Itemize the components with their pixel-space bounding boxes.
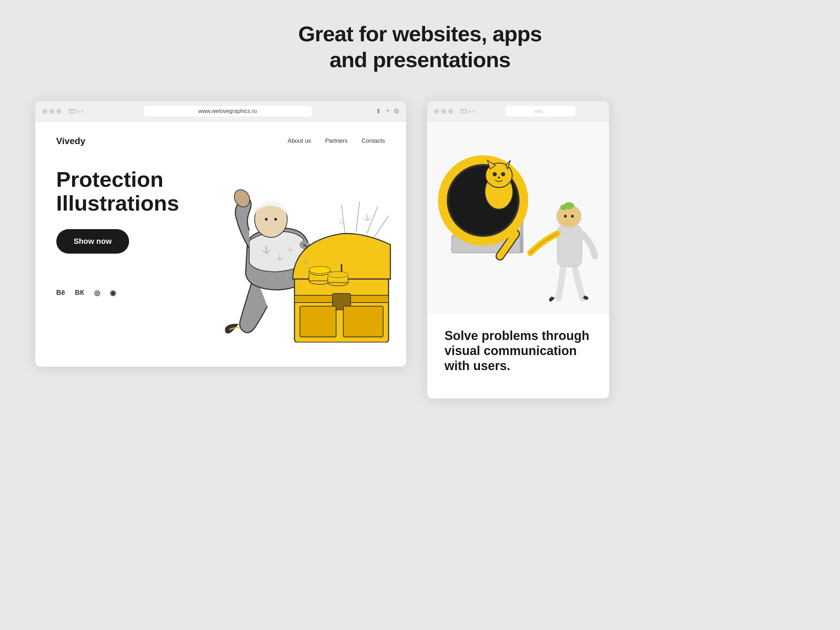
browser-controls[interactable]: ‹ › <box>69 109 83 114</box>
forward-arrow[interactable]: › <box>81 109 83 114</box>
dot-r2 <box>441 109 446 114</box>
svg-line-24 <box>374 215 388 237</box>
share-icon[interactable]: ⬆ <box>376 107 381 115</box>
forward-arrow-right[interactable]: › <box>473 109 475 114</box>
site-hero: Protection Illustrations Show now <box>56 167 385 254</box>
dot-r3 <box>448 109 453 114</box>
dot-red <box>42 109 47 114</box>
browser-chrome-right: ‹ › ww... <box>427 101 609 122</box>
svg-rect-10 <box>300 306 336 337</box>
right-illustration-area <box>427 122 609 314</box>
hero-text: Protection Illustrations Show now <box>56 167 179 254</box>
svg-text:⚓: ⚓ <box>283 270 292 279</box>
svg-text:⚓: ⚓ <box>276 254 283 261</box>
dot-r1 <box>434 109 439 114</box>
address-bar-left[interactable]: www.welovegraphics.ru <box>144 106 312 117</box>
copy-icon[interactable]: ⧉ <box>394 107 399 115</box>
svg-text:⚓: ⚓ <box>338 218 344 224</box>
svg-point-52 <box>564 215 567 218</box>
tall-person <box>531 202 595 302</box>
svg-point-5 <box>264 218 267 221</box>
right-browser-window: ‹ › ww... <box>427 101 609 398</box>
right-text-section: Solve problems through visual communicat… <box>427 314 609 388</box>
browsers-container: ‹ › www.welovegraphics.ru ⬆ + ⧉ Vivedy A… <box>35 101 805 398</box>
instagram-icon[interactable]: ◎ <box>94 289 100 297</box>
svg-rect-11 <box>343 306 383 337</box>
left-browser-window: ‹ › www.welovegraphics.ru ⬆ + ⧉ Vivedy A… <box>35 101 406 366</box>
dot-yellow <box>49 109 54 114</box>
tab-icon-right <box>461 109 467 113</box>
hero-title: Protection Illustrations <box>56 167 179 215</box>
svg-text:⚓: ⚓ <box>287 246 293 251</box>
site-content-left: Vivedy About us Partners Contacts Protec… <box>35 122 406 366</box>
show-now-button[interactable]: Show now <box>56 229 129 254</box>
site-logo: Vivedy <box>56 136 85 147</box>
svg-point-53 <box>571 215 574 218</box>
add-tab-icon[interactable]: + <box>386 107 390 115</box>
tab-icon <box>69 109 75 113</box>
back-arrow[interactable]: ‹ <box>77 109 79 114</box>
back-arrow-right[interactable]: ‹ <box>469 109 471 114</box>
svg-line-22 <box>356 201 359 232</box>
hero-illustration: ⚓ ⚓ ⚓ <box>182 140 392 343</box>
svg-text:⚓: ⚓ <box>363 213 371 221</box>
svg-text:⚓: ⚓ <box>316 237 322 242</box>
svg-point-20 <box>327 272 348 278</box>
yellow-cat <box>485 160 513 209</box>
browser-chrome-left: ‹ › www.welovegraphics.ru ⬆ + ⧉ <box>35 101 406 122</box>
svg-point-45 <box>493 172 497 176</box>
vk-icon[interactable]: ВК <box>75 289 84 297</box>
behance-icon[interactable]: Bē <box>56 289 65 297</box>
browser-controls-right[interactable]: ‹ › <box>461 109 475 114</box>
svg-point-47 <box>498 177 500 179</box>
svg-rect-34 <box>520 235 523 253</box>
svg-text:⚓: ⚓ <box>262 246 270 254</box>
page-title: Great for websites, apps and presentatio… <box>298 21 542 73</box>
svg-point-16 <box>309 266 331 273</box>
svg-rect-48 <box>557 225 582 267</box>
dribbble-icon[interactable]: ◉ <box>110 289 116 297</box>
dot-green <box>56 109 61 114</box>
browser-action-buttons: ⬆ + ⧉ <box>376 107 399 115</box>
treasure-chest: ⚓ ⚓ ⚓ ⚓ ⚓ <box>283 201 390 342</box>
right-headline: Solve problems through visual communicat… <box>445 328 592 374</box>
svg-point-51 <box>560 205 567 210</box>
svg-point-6 <box>274 218 277 221</box>
address-bar-right[interactable]: ww... <box>505 106 576 117</box>
browser-dots-right <box>434 109 453 114</box>
browser-dots <box>42 109 61 114</box>
svg-text:⚓: ⚓ <box>302 257 309 264</box>
svg-point-46 <box>501 172 505 176</box>
